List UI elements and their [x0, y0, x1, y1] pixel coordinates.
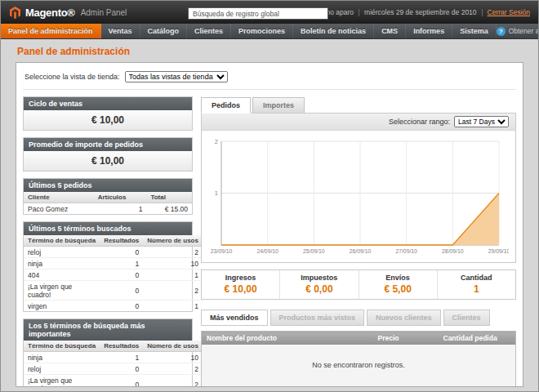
bestsellers-grid: Nombre del producto Precio Cantidad pedi…	[201, 331, 516, 387]
store-view-select[interactable]: Todas las vistas de tienda	[125, 71, 228, 82]
admin-panel-label: Admin Panel	[81, 8, 127, 17]
nav-item-dashboard[interactable]: Panel de administración	[1, 24, 101, 38]
table-row[interactable]: ninja 1 10	[24, 352, 203, 363]
store-view-label: Seleccione la vista de tienda:	[24, 73, 120, 81]
table-row[interactable]: reloj 0 2	[24, 363, 203, 375]
cell-results: 0	[100, 301, 143, 312]
tab-productos-mas-vistos[interactable]: Productos más vistos	[270, 310, 365, 326]
top-header: Magento® Admin Panel Accedió como aparo …	[1, 1, 538, 24]
cell-uses: 2	[143, 363, 203, 375]
cell-term: ninja	[24, 258, 100, 270]
logout-link[interactable]: Cerrar Sesión	[488, 8, 530, 16]
column-header: Número de usos	[143, 341, 203, 352]
last-search-terms-table: Término de búsqueda Resultados Número de…	[24, 235, 203, 311]
cell-term: ¡La virgen que cuadro!	[24, 375, 100, 388]
help-link[interactable]: ? Obtener ayuda para esta página	[497, 24, 539, 38]
stat-label: Ingresos	[203, 274, 278, 282]
average-orders-box: Promedio de importe de pedidos € 10,00	[23, 137, 193, 172]
range-label: Seleccionar rango:	[389, 118, 450, 126]
tab-nuevos-clientes[interactable]: Nuevos clientes	[367, 310, 441, 326]
global-search-input[interactable]	[188, 7, 328, 20]
main-nav: Panel de administración Ventas Catálogo …	[1, 24, 538, 39]
svg-text:27/09/10: 27/09/10	[395, 248, 417, 254]
column-header: Precio	[373, 332, 439, 345]
table-row[interactable]: reloj 0 2	[24, 247, 203, 258]
cell-term: ¡La virgen que cuadro!	[24, 281, 100, 301]
table-row[interactable]: Paco Gomez 1 € 15.00	[24, 203, 192, 215]
stat-value: € 5,00	[361, 283, 435, 295]
cell-term: reloj	[24, 247, 100, 258]
cell-results: 1	[100, 258, 143, 270]
stat-ingresos: Ingresos € 10,00	[202, 270, 280, 299]
cell-uses: 10	[143, 258, 203, 270]
cell-results: 0	[100, 270, 143, 281]
tab-mas-vendidos[interactable]: Más vendidos	[201, 310, 268, 326]
chart-tabs: Pedidos Importes	[201, 96, 516, 113]
average-orders-title: Promedio de importe de pedidos	[24, 138, 192, 151]
nav-item-informes[interactable]: Informes	[406, 24, 452, 38]
logo-title: Magento®	[25, 7, 75, 19]
tab-clientes[interactable]: Clientes	[443, 310, 490, 326]
nav-item-clientes[interactable]: Clientes	[187, 24, 231, 38]
store-view-row: Seleccione la vista de tienda: Todas las…	[23, 69, 516, 90]
stat-label: Impuestos	[282, 274, 356, 282]
column-header: Resultados	[100, 235, 143, 247]
table-row[interactable]: virgen 0 1	[24, 301, 203, 312]
svg-text:25/09/10: 25/09/10	[303, 248, 325, 254]
lifetime-sales-value: € 10,00	[24, 110, 192, 130]
svg-text:1: 1	[215, 189, 218, 197]
nav-item-cms[interactable]: CMS	[374, 24, 406, 38]
magento-admin-window: Magento® Admin Panel Accedió como aparo …	[0, 0, 539, 392]
cell-results: 0	[100, 363, 143, 375]
last-orders-table: Cliente Artículos Total Paco Gomez 1 € 1…	[24, 192, 192, 214]
column-header: Artículos	[94, 192, 147, 203]
range-select[interactable]: Last 7 Days	[454, 116, 509, 127]
svg-text:26/09/10: 26/09/10	[350, 248, 372, 254]
cell-results: 0	[100, 247, 143, 258]
svg-text:29/09/10: 29/09/10	[488, 248, 509, 254]
nav-item-promociones[interactable]: Promociones	[231, 24, 293, 38]
help-icon: ?	[497, 27, 506, 36]
column-header: Número de usos	[143, 235, 203, 247]
help-label: Obtener ayuda para esta página	[509, 27, 539, 35]
tab-importes[interactable]: Importes	[252, 97, 305, 114]
column-header: Cliente	[24, 192, 94, 203]
date-text: miércoles 29 de septiembre de 2010	[364, 8, 477, 16]
stat-value: € 0,00	[282, 283, 356, 295]
products-tabs: Más vendidos Productos más vistos Nuevos…	[201, 310, 516, 326]
cell-results: 0	[100, 375, 143, 388]
stat-label: Envíos	[361, 274, 435, 282]
cell-items: 1	[94, 203, 147, 215]
nav-item-boletin[interactable]: Boletín de noticias	[293, 24, 374, 38]
tab-pedidos[interactable]: Pedidos	[201, 97, 251, 114]
last-search-terms-title: Últimos 5 términos buscados	[24, 222, 192, 235]
cell-term: reloj	[24, 363, 100, 375]
cell-uses: 2	[143, 281, 203, 301]
stat-value: € 10,00	[203, 283, 278, 295]
table-row[interactable]: ¡La virgen que cuadro! 0 2	[24, 375, 203, 388]
svg-text:2: 2	[215, 138, 218, 145]
dashboard-panel: Seleccione la vista de tienda: Todas las…	[16, 62, 523, 387]
cell-uses: 10	[143, 352, 203, 363]
nav-item-catalogo[interactable]: Catálogo	[140, 24, 188, 38]
svg-text:23/09/10: 23/09/10	[211, 248, 233, 254]
totals-row: Ingresos € 10,00 Impuestos € 0,00 Envíos…	[201, 270, 516, 300]
stat-envios: Envíos € 5,00	[359, 270, 438, 299]
stat-impuestos: Impuestos € 0,00	[280, 270, 359, 299]
table-row[interactable]: ninja 1 10	[24, 258, 203, 270]
cell-results: 1	[100, 352, 143, 363]
cell-total: € 15.00	[146, 203, 192, 215]
dashboard-sidebar: Ciclo de ventas € 10,00 Promedio de impo…	[23, 96, 193, 387]
table-row[interactable]: 404 0 1	[24, 270, 203, 281]
magento-logo: Magento® Admin Panel	[9, 7, 127, 19]
nav-item-ventas[interactable]: Ventas	[101, 24, 140, 38]
table-row[interactable]: ¡La virgen que cuadro! 0 2	[24, 281, 203, 301]
stat-cantidad: Cantidad 1	[438, 270, 515, 299]
cell-customer: Paco Gomez	[24, 203, 94, 215]
magento-logo-icon	[9, 7, 21, 19]
lifetime-sales-box: Ciclo de ventas € 10,00	[23, 96, 193, 131]
stat-value: 1	[439, 283, 514, 295]
last-orders-title: Últimos 5 pedidos	[24, 179, 192, 192]
nav-item-sistema[interactable]: Sistema	[452, 24, 497, 38]
orders-chart: 1223/09/1024/09/1025/09/1026/09/1027/09/…	[205, 135, 509, 257]
